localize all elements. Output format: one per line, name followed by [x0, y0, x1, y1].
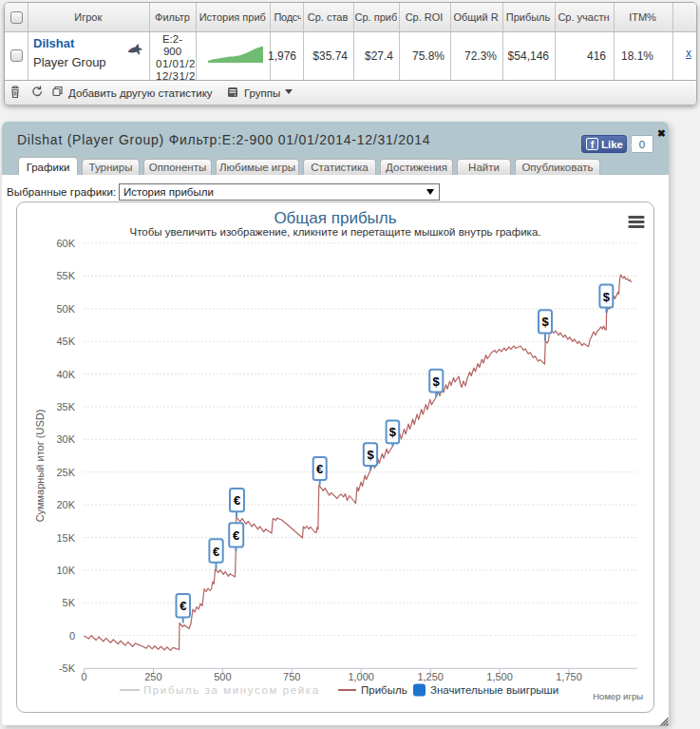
svg-text:€: €	[233, 528, 239, 543]
svg-text:35K: 35K	[56, 401, 75, 412]
svg-text:5K: 5K	[63, 597, 76, 608]
svg-text:250: 250	[144, 671, 161, 682]
svg-text:€: €	[180, 599, 186, 613]
svg-text:750: 750	[283, 671, 300, 682]
svg-text:$: $	[389, 425, 397, 439]
svg-text:20K: 20K	[56, 499, 75, 510]
svg-text:$: $	[541, 315, 549, 329]
svg-text:0: 0	[69, 630, 75, 642]
svg-text:€: €	[213, 545, 219, 559]
svg-text:Чтобы увеличить изображение, к: Чтобы увеличить изображение, кликните и …	[130, 226, 541, 238]
svg-text:1,000: 1,000	[348, 671, 374, 682]
svg-text:30K: 30K	[56, 433, 75, 445]
svg-text:10K: 10K	[56, 565, 75, 576]
svg-text:Прибыль за минусом рейка: Прибыль за минусом рейка	[143, 684, 320, 696]
svg-text:Значительные выигрыши: Значительные выигрыши	[430, 684, 558, 696]
svg-text:$: $	[367, 448, 374, 462]
svg-text:Номер игры: Номер игры	[593, 691, 643, 701]
svg-text:45K: 45K	[56, 336, 75, 347]
svg-text:25K: 25K	[56, 467, 75, 478]
svg-text:1,750: 1,750	[556, 671, 582, 682]
svg-text:15K: 15K	[56, 532, 75, 544]
svg-text:Общая прибыль: Общая прибыль	[274, 209, 396, 227]
svg-text:€: €	[316, 462, 323, 476]
svg-text:Прибыль: Прибыль	[361, 684, 407, 696]
svg-text:€: €	[234, 493, 240, 508]
svg-text:$: $	[433, 374, 441, 389]
svg-text:60K: 60K	[56, 238, 75, 249]
svg-text:-5K: -5K	[59, 662, 76, 674]
svg-text:500: 500	[214, 671, 231, 682]
svg-text:Суммарный итог (USD): Суммарный итог (USD)	[34, 410, 46, 523]
svg-text:1,250: 1,250	[417, 671, 444, 682]
svg-text:50K: 50K	[56, 303, 75, 315]
svg-text:1,500: 1,500	[486, 671, 513, 682]
svg-text:$: $	[603, 290, 611, 304]
svg-text:0: 0	[81, 671, 86, 682]
svg-text:55K: 55K	[56, 270, 75, 281]
svg-text:40K: 40K	[56, 369, 75, 380]
